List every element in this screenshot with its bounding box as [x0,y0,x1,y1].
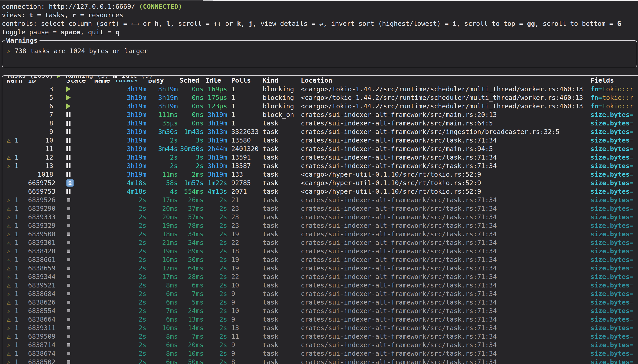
task-polls: 1 [229,119,260,128]
stopped-icon [67,250,70,253]
tasks-count-label: Tasks (2056) [6,76,57,80]
task-row: ⚠ 168385022s6ms50ms2s8taskcrates/sui-ind… [2,358,638,364]
stopped-icon [67,198,70,202]
task-polls: 23 [229,204,260,213]
task-kind: blocking [260,85,298,93]
task-fields: size.bytes= [590,238,638,247]
task-polls: 9 [229,341,260,349]
task-id: 6838554 [28,306,55,315]
task-location: crates/sui-indexer-alt-framework/src/tas… [298,332,590,341]
stopped-icon [67,207,70,210]
state-cell [55,309,94,312]
task-fields: fn=tokio::r [590,85,638,93]
warning-icon: ⚠ [7,290,10,298]
task-location: <cargo>/tokio-1.44.2/src/runtime/schedul… [298,85,590,93]
task-row: ⚠ 168393112s10ms14ms2s13taskcrates/sui-i… [2,324,638,332]
warn-cell: ⚠ 1 [7,272,28,281]
task-location: <cargo>/hyper-util-0.1.10/src/rt/tokio.r… [298,170,590,179]
task-polls: 9 [229,290,260,298]
task-id: 8 [28,119,55,128]
state-cell [55,335,94,338]
running-icon [66,95,71,100]
task-polls: 1 [229,110,260,119]
task-fields: size.bytes= [590,162,638,170]
state-cell [55,266,94,270]
idle-icon [113,76,118,78]
task-location: crates/sui-indexer-alt-framework/src/tas… [298,358,590,364]
task-fields: size.bytes= [590,230,638,238]
terminal-screen[interactable]: connection: http://127.0.0.1:6669/ (CONN… [0,0,638,364]
task-polls: 23 [229,221,260,230]
warn-cell: ⚠ 1 [7,221,28,230]
task-kind: task [260,213,298,221]
state-cell [55,343,94,346]
stopped-icon [67,352,70,355]
warning-icon: ⚠ [7,324,10,332]
warn-cell: ⚠ 1 [7,341,28,349]
task-row: ⚠ 168386612s16ms50ms2s19taskcrates/sui-i… [2,256,638,264]
task-kind: task [260,153,298,162]
task-fields: size.bytes= [590,119,638,128]
warning-icon: ⚠ [7,205,10,212]
task-kind: block_on [260,110,298,119]
task-kind: task [260,358,298,364]
task-fields: size.bytes= [590,290,638,298]
task-fields: size.bytes= [590,332,638,341]
task-polls: 10 [229,306,260,315]
woken-icon [66,179,74,187]
task-row: ⚠ 168395212s8ms6ms2s10taskcrates/sui-ind… [2,281,638,290]
task-location: crates/sui-indexer-alt-framework/src/tas… [298,272,590,281]
task-id: 13 [28,162,55,170]
state-cell [55,360,94,364]
task-location: crates/sui-indexer-alt-framework/src/tas… [298,315,590,324]
task-kind: task [260,187,298,196]
warning-icon: ⚠ [7,350,10,357]
task-location: crates/sui-indexer-alt-framework/src/tas… [298,341,590,349]
task-row: ⚠ 168395082s18ms34ms2s19taskcrates/sui-i… [2,230,638,238]
task-kind: task [260,290,298,298]
state-cell [55,224,94,227]
task-id: 6659753 [28,187,55,196]
task-row: ⚠ 168393332s20ms57ms2s23taskcrates/sui-i… [2,213,638,221]
warn-cell: ⚠ 1 [7,162,28,170]
task-fields: size.bytes= [590,264,638,272]
state-cell [55,146,94,152]
task-kind: task [260,230,298,238]
task-kind: task [260,349,298,358]
task-location: crates/sui-indexer-alt-framework/src/tas… [298,204,590,213]
task-kind: task [260,119,298,128]
task-polls: 2401320 [229,144,260,153]
warning-icon: ⚠ [7,332,10,340]
task-row: ⚠ 168395262s17ms26ms2s21taskcrates/sui-i… [2,196,638,204]
stopped-icon [67,275,70,278]
task-polls: 13580 [229,136,260,144]
task-location: crates/sui-indexer-alt-framework/src/tas… [298,290,590,298]
stopped-icon [67,335,70,338]
task-location: crates/sui-indexer-alt-framework/src/tas… [298,230,590,238]
task-polls: 9 [229,298,260,306]
tasks-panel: Tasks (2056) Running (3) Idle (9) WarnID… [2,76,638,364]
warn-cell: ⚠ 1 [7,264,28,272]
warning-item: ⚠ 738 tasks are 1024 bytes or larger [2,41,637,55]
task-row: ⚠ 168385542s7ms24ms2s10taskcrates/sui-in… [2,306,638,315]
task-location: crates/sui-indexer-alt-framework/src/mai… [298,144,590,153]
column-header-polls: Polls [229,76,260,84]
status-header: connection: http://127.0.0.1:6669/ (CONN… [0,0,638,36]
warning-icon: ⚠ [7,282,10,289]
idle-icon [66,163,71,169]
running-icon [66,86,71,92]
task-id: 6838684 [28,290,55,298]
task-fields: size.bytes= [590,170,638,179]
task-location: crates/sui-indexer-alt-framework/src/tas… [298,221,590,230]
task-polls: 23 [229,213,260,221]
task-row: ⚠ 168393012s21ms34ms2s22taskcrates/sui-i… [2,238,638,247]
warn-cell: ⚠ 1 [7,196,28,204]
warn-cell: ⚠ 1 [7,290,28,298]
task-location: <cargo>/tokio-1.44.2/src/runtime/schedul… [298,93,590,102]
warning-icon: ⚠ [7,213,10,221]
task-row: ⚠ 168393292s19ms78ms2s23taskcrates/sui-i… [2,221,638,230]
task-fields: size.bytes= [590,358,638,364]
task-kind: task [260,247,298,256]
task-location: crates/sui-indexer-alt-framework/src/tas… [298,306,590,315]
state-cell [55,292,94,295]
